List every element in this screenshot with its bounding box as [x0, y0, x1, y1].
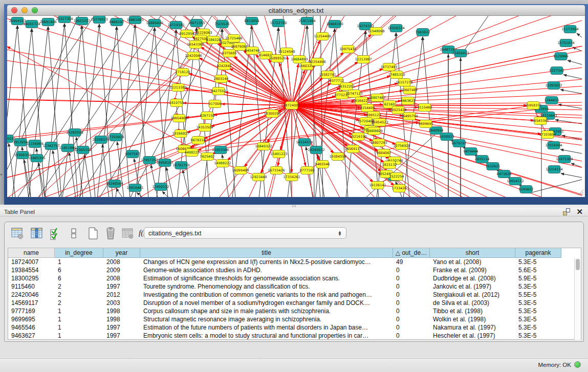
network-node[interactable]: 19384554	[329, 153, 346, 161]
network-view-window[interactable]: citations_edges.txt 26954313240557242069…	[4, 4, 588, 205]
table-cell[interactable]: 5.3E-5	[515, 282, 561, 291]
network-node[interactable]: 12254498	[309, 58, 325, 66]
column-header-pagerank[interactable]: pagerank	[515, 248, 561, 258]
network-node[interactable]: 7632621	[486, 163, 500, 170]
network-node[interactable]: 17957253	[141, 157, 158, 164]
network-node[interactable]: 2718120	[176, 69, 190, 76]
network-node[interactable]: 16543341	[532, 117, 549, 125]
network-node[interactable]: 10849322	[255, 143, 272, 150]
network-node[interactable]: 917006	[209, 100, 222, 108]
network-node[interactable]: 15720407	[357, 118, 374, 125]
table-cell[interactable]: 2008	[103, 258, 140, 266]
network-node[interactable]: 16312201	[338, 83, 355, 91]
table-cell[interactable]: 0	[393, 274, 430, 282]
table-cell[interactable]: 9777169	[8, 307, 55, 315]
network-node[interactable]: 9884067	[377, 149, 391, 157]
network-node[interactable]: 8678314	[191, 137, 206, 144]
network-node[interactable]: 16099489	[232, 167, 249, 174]
network-node[interactable]: 14534576	[296, 139, 313, 146]
network-node[interactable]: 9097587	[125, 150, 140, 158]
network-node[interactable]: 7563822	[416, 29, 430, 36]
table-cell[interactable]: Yano et al. (2008)	[430, 258, 515, 266]
network-node[interactable]: 15905355	[28, 155, 45, 162]
table-cell[interactable]: Changes of HCN gene expression and I(f) …	[140, 258, 393, 266]
network-node[interactable]: 10719185	[167, 21, 184, 29]
network-node[interactable]: 12450413	[452, 50, 469, 57]
network-canvas[interactable]: 2695431324055724206914062531730410653257…	[7, 16, 585, 197]
network-node[interactable]: 12213987	[355, 56, 372, 63]
table-cell[interactable]: 1	[55, 315, 103, 323]
table-cell[interactable]: Jankovic et al. (1997)	[430, 282, 515, 291]
network-node[interactable]: 9227342	[550, 67, 564, 75]
network-node[interactable]: 11451944	[59, 144, 76, 152]
network-node[interactable]: 14569117	[344, 145, 361, 153]
table-cell[interactable]: 0	[393, 299, 430, 307]
network-node[interactable]: 22420046	[185, 52, 202, 60]
network-node[interactable]: 21053346	[212, 146, 229, 154]
column-header-in_degree[interactable]: in_degree	[55, 248, 103, 258]
table-cell[interactable]: 49	[393, 258, 430, 266]
table-cell[interactable]: 0	[393, 282, 430, 291]
network-node[interactable]: 10466180	[326, 20, 343, 28]
network-node[interactable]: 16733426	[268, 167, 285, 174]
resize-grip-icon[interactable]	[577, 189, 584, 196]
table-row[interactable]: 2242004622012Investigating the contribut…	[8, 291, 581, 299]
network-node[interactable]: 12923448	[250, 173, 267, 181]
table-cell[interactable]: 6	[55, 274, 103, 282]
network-node[interactable]: 17485310	[388, 71, 405, 79]
table-cell[interactable]: Embryonic stem cells: a model to study s…	[140, 332, 393, 340]
table-source-select[interactable]: citations_edges.txt ▲▼	[144, 227, 346, 239]
close-panel-icon[interactable]: ✕	[576, 208, 583, 215]
table-cell[interactable]: Stergiakouli et al. (2012)	[430, 291, 515, 299]
table-cell[interactable]: 1997	[103, 282, 140, 291]
network-node[interactable]: 9242845	[217, 62, 232, 70]
table-cell[interactable]: 18724007	[8, 258, 55, 266]
table-cell[interactable]: 1	[55, 323, 103, 332]
network-node[interactable]: 1733426	[392, 185, 407, 192]
table-cell[interactable]: Genome-wide association studies in ADHD.	[140, 266, 393, 274]
table-row[interactable]: 1938455462009Genome-wide association stu…	[8, 266, 581, 274]
network-node[interactable]: 17334261	[283, 173, 300, 181]
table-cell[interactable]: 5.3E-5	[515, 299, 561, 307]
network-node[interactable]: 12213389	[169, 84, 186, 92]
table-cell[interactable]: 19384554	[8, 266, 55, 274]
delete-trash-icon[interactable]	[104, 227, 117, 240]
network-node[interactable]: 17103654	[539, 131, 556, 139]
table-row[interactable]: 946554611997Estimation of the future num…	[8, 323, 581, 332]
network-node[interactable]: 16495794	[401, 113, 418, 120]
network-node[interactable]: 7625402	[200, 153, 215, 161]
network-node[interactable]: 12450122	[152, 183, 169, 191]
network-node[interactable]: 10654112	[507, 178, 524, 185]
network-node[interactable]: 1810755	[169, 99, 184, 107]
table-row[interactable]: 946362711997Embryonic stem cells: a mode…	[8, 332, 581, 340]
network-node[interactable]: 19166827	[172, 130, 189, 138]
network-node[interactable]: 10807487	[368, 94, 385, 102]
table-cell[interactable]: 1	[55, 307, 103, 315]
network-node[interactable]: 8813054	[245, 17, 259, 25]
column-header-title[interactable]: title	[140, 248, 393, 258]
network-node[interactable]: 13216190	[350, 133, 366, 141]
table-cell[interactable]: 2	[55, 299, 103, 307]
table-vertical-scrollbar[interactable]	[574, 258, 581, 340]
network-node[interactable]: 9129966	[554, 53, 569, 60]
network-node[interactable]: 1244415	[545, 97, 559, 104]
table-row[interactable]: 977716911998Corpus callosum shape and si…	[8, 307, 581, 315]
network-node[interactable]: 16782759	[172, 162, 189, 169]
table-cell[interactable]: Tibbo et al. (1998)	[430, 307, 515, 315]
table-cell[interactable]: 2012	[103, 291, 140, 299]
network-node[interactable]: 11254498	[314, 33, 331, 40]
network-node[interactable]: 8186328	[206, 36, 221, 44]
scrollbar-thumb[interactable]	[576, 259, 580, 270]
table-cell[interactable]: 1998	[103, 315, 140, 323]
window-titlebar[interactable]: citations_edges.txt	[7, 5, 585, 16]
table-cell[interactable]: Investigating the contribution of common…	[140, 291, 393, 299]
table-row[interactable]: 1872400712008Changes of HCN gene express…	[8, 258, 581, 266]
memory-status-icon[interactable]	[574, 361, 581, 368]
network-node[interactable]: 1615132	[382, 161, 397, 169]
network-node[interactable]: 9777169	[300, 167, 315, 174]
network-node[interactable]: 15491223	[270, 150, 287, 158]
network-node[interactable]: 4498222	[185, 149, 200, 157]
table-cell[interactable]: 6	[55, 266, 103, 274]
network-node[interactable]: 9474444	[464, 148, 478, 156]
network-node[interactable]: 9427552	[211, 87, 226, 95]
